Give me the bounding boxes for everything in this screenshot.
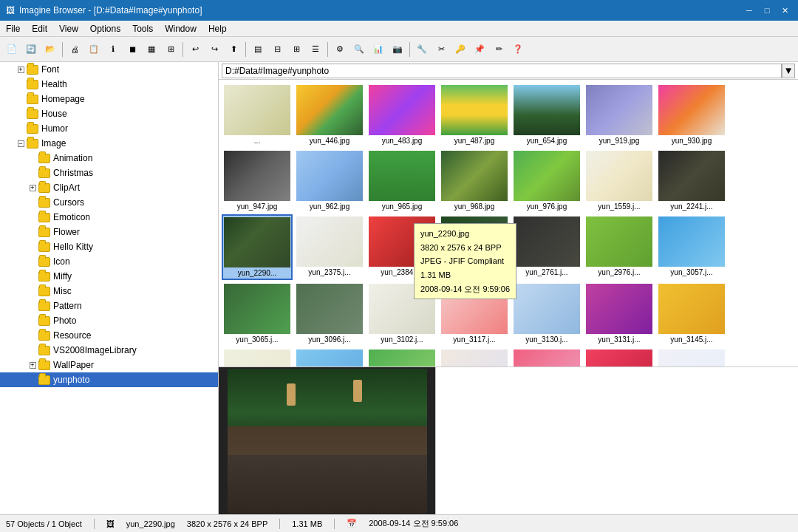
thumb-yun965[interactable]: yun_965.jpg [366, 149, 437, 213]
tb-refresh[interactable]: 🔄 [22, 41, 40, 58]
thumb-yun2241[interactable]: yun_2241.j... [656, 149, 727, 213]
menu-view[interactable]: View [53, 22, 84, 35]
thumb-yun2290[interactable]: yun_2290... yun_2290.jpg 3820 x 2576 x 2… [222, 214, 293, 280]
thumb-yun3057[interactable]: yun_3057.j... [656, 214, 727, 280]
sidebar-item-vs2008[interactable]: VS2008ImageLibrary [0, 343, 218, 358]
tb-new[interactable]: 📄 [3, 41, 21, 58]
sidebar-item-hellokitty[interactable]: Hello Kitty [0, 239, 218, 254]
thumb-yun3131[interactable]: yun_3131.j... [584, 282, 655, 346]
thumb-yun3117[interactable]: yun_3117.j... [439, 282, 510, 346]
close-button[interactable]: ✕ [777, 4, 792, 17]
sidebar-item-clipart[interactable]: + ClipArt [0, 180, 218, 195]
thumb-yun3102[interactable]: yun_3102.j... [366, 282, 437, 346]
sidebar-item-icon[interactable]: Icon [0, 254, 218, 269]
thumb-yun3200[interactable]: yun_3200.j... [366, 347, 437, 366]
tb-b8[interactable]: 🔍 [350, 41, 368, 58]
thumb-yun446[interactable]: yun_446.jpg [294, 83, 365, 147]
thumb-yun487[interactable]: yun_487.jpg [439, 83, 510, 147]
address-dropdown-btn[interactable]: ▼ [782, 64, 795, 78]
expand-clipart[interactable]: + [27, 182, 38, 194]
thumb-yun3494[interactable]: yun_3494.j... [656, 347, 727, 366]
tb-b10[interactable]: 📷 [389, 41, 406, 58]
tb-b13[interactable]: 🔑 [451, 41, 469, 58]
thumb-yun3130[interactable]: yun_3130.j... [511, 282, 582, 346]
thumb-yun3065[interactable]: yun_3065.j... [222, 282, 293, 346]
menu-window[interactable]: Window [159, 22, 202, 35]
thumb-yun2761[interactable]: yun_2761.j... [511, 214, 582, 280]
thumb-yun947[interactable]: yun_947.jpg [222, 149, 293, 213]
tb-info[interactable]: ℹ [104, 41, 122, 58]
address-input[interactable] [222, 64, 782, 78]
sidebar-item-flower[interactable]: Flower [0, 225, 218, 239]
sidebar-item-resource[interactable]: Resource [0, 328, 218, 343]
thumb-yun483[interactable]: yun_483.jpg [366, 83, 437, 147]
sidebar-item-house[interactable]: House [0, 106, 218, 121]
tb-b6[interactable]: ⬆ [225, 41, 242, 58]
tb-b3[interactable]: ⊞ [162, 41, 180, 58]
thumb-yun976[interactable]: yun_976.jpg [511, 149, 582, 213]
minimize-button[interactable]: ─ [742, 4, 757, 17]
sidebar-item-animation[interactable]: Animation [0, 151, 218, 166]
tb-view2[interactable]: ⊟ [268, 41, 286, 58]
menu-tools[interactable]: Tools [126, 22, 159, 35]
tb-b11[interactable]: 🔧 [413, 41, 431, 58]
sidebar-item-misc[interactable]: Misc [0, 284, 218, 299]
thumb-yun654[interactable]: yun_654.jpg [511, 83, 582, 147]
tb-help[interactable]: ❓ [509, 41, 527, 58]
sidebar-item-emoticon[interactable]: Emoticon [0, 210, 218, 225]
thumb-yun2384[interactable]: yun_2384.j... [366, 214, 437, 280]
expand-image[interactable]: − [15, 137, 27, 149]
tb-b12[interactable]: ✂ [432, 41, 450, 58]
sidebar-item-yunphoto[interactable]: yunphoto [0, 372, 218, 387]
thumb-yun3162[interactable]: yun_3162.j... [222, 347, 293, 366]
thumb-yun3420[interactable]: yun_3420.j... [511, 347, 582, 366]
tb-b15[interactable]: ✏ [490, 41, 508, 58]
sidebar-item-wallpaper[interactable]: + WallPaper [0, 358, 218, 372]
sidebar-item-photo[interactable]: Photo [0, 313, 218, 328]
tb-view4[interactable]: ☰ [307, 41, 324, 58]
thumb-yun3145[interactable]: yun_3145.j... [656, 282, 727, 346]
thumb-yun2976[interactable]: yun_2976.j... [584, 214, 655, 280]
menu-edit[interactable]: Edit [26, 22, 53, 35]
tb-open[interactable]: 📂 [41, 41, 59, 58]
thumb-yun1559[interactable]: yun_1559.j... [584, 149, 655, 213]
thumb-yun3181[interactable]: yun_3181.j... [294, 347, 365, 366]
sidebar-item-health[interactable]: Health [0, 77, 218, 92]
tb-view1[interactable]: ▤ [249, 41, 267, 58]
sidebar-item-cursors[interactable]: Cursors [0, 195, 218, 210]
tb-b9[interactable]: 📊 [369, 41, 387, 58]
thumb-yun2375[interactable]: yun_2375.j... [294, 214, 365, 280]
sidebar-item-miffy[interactable]: Miffy [0, 269, 218, 284]
sidebar-item-homepage[interactable]: Homepage [0, 92, 218, 106]
tb-b5[interactable]: ↪ [205, 41, 223, 58]
tb-view3[interactable]: ⊞ [287, 41, 305, 58]
thumb-yun962[interactable]: yun_962.jpg [294, 149, 365, 213]
tb-b7[interactable]: ⚙ [331, 41, 349, 58]
sidebar-item-christmas[interactable]: Christmas [0, 166, 218, 180]
menu-help[interactable]: Help [202, 22, 233, 35]
tb-b14[interactable]: 📌 [471, 41, 488, 58]
tb-b1[interactable]: ◼ [123, 41, 141, 58]
tb-print[interactable]: 🖨 [66, 41, 83, 58]
tb-b2[interactable]: ▦ [143, 41, 160, 58]
thumb-yun968[interactable]: yun_968.jpg [439, 149, 510, 213]
thumb-yun2732[interactable]: yun_2732.j... [439, 214, 510, 280]
sidebar-item-image[interactable]: − Image [0, 136, 218, 151]
sidebar-item-font[interactable]: + Font [0, 62, 218, 77]
thumb-blank[interactable]: ... [222, 83, 293, 147]
tb-print2[interactable]: 📋 [85, 41, 103, 58]
tb-b4[interactable]: ↩ [186, 41, 204, 58]
expand-wallpaper[interactable]: + [27, 359, 38, 371]
menu-options[interactable]: Options [84, 22, 126, 35]
thumb-yun3205[interactable]: yun_3205.j... [439, 347, 510, 366]
thumb-yun3492[interactable]: yun_3492.j... [584, 347, 655, 366]
menu-file[interactable]: File [0, 22, 26, 35]
sidebar-item-pattern[interactable]: Pattern [0, 299, 218, 313]
sidebar-item-humor[interactable]: Humor [0, 121, 218, 136]
thumb-yun930[interactable]: yun_930.jpg [656, 83, 727, 147]
maximize-button[interactable]: □ [760, 4, 774, 17]
thumb-yun3096[interactable]: yun_3096.j... [294, 282, 365, 346]
address-bar: ▼ [219, 62, 798, 80]
expand-font[interactable]: + [15, 64, 27, 75]
thumb-yun919[interactable]: yun_919.jpg [584, 83, 655, 147]
